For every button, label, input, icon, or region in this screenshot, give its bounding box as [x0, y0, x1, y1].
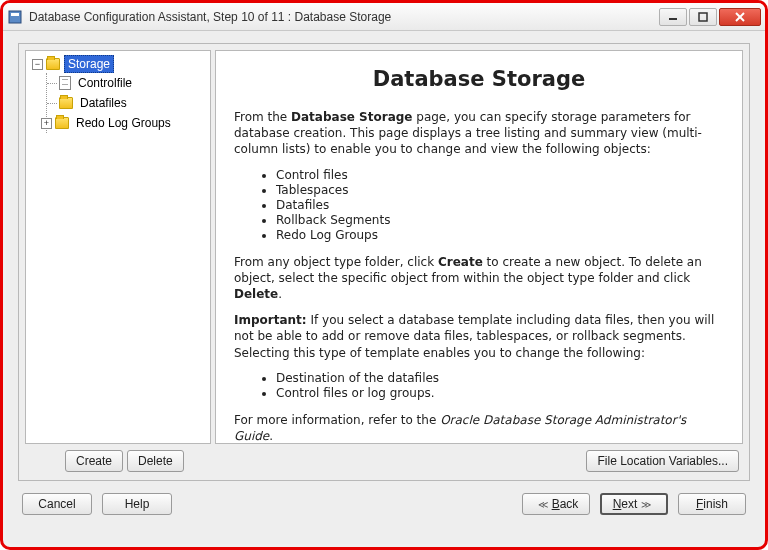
intro-paragraph: From the Database Storage page, you can …	[234, 109, 724, 158]
tree-root-storage[interactable]: − Storage	[28, 55, 208, 73]
template-list: Destination of the datafiles Control fil…	[234, 371, 724, 400]
important-paragraph: Important: If you select a database temp…	[234, 312, 724, 361]
window-title: Database Configuration Assistant, Step 1…	[29, 10, 659, 24]
list-item: Datafiles	[276, 198, 724, 212]
expand-icon[interactable]: +	[41, 118, 52, 129]
list-item: Rollback Segments	[276, 213, 724, 227]
chevron-right-icon: ≫	[641, 499, 651, 510]
tree-label-redolog: Redo Log Groups	[73, 115, 174, 131]
next-label: Next	[613, 497, 638, 511]
info-panel: Database Storage From the Database Stora…	[215, 50, 743, 444]
tree-label-datafiles: Datafiles	[77, 95, 130, 111]
titlebar: Database Configuration Assistant, Step 1…	[3, 3, 765, 31]
tree-item-datafiles[interactable]: Datafiles	[47, 93, 208, 113]
finish-label: Finish	[696, 497, 728, 511]
app-icon	[7, 9, 23, 25]
create-delete-paragraph: From any object type folder, click Creat…	[234, 254, 724, 303]
back-label: Back	[552, 497, 579, 511]
next-button[interactable]: Next ≫	[600, 493, 668, 515]
list-item: Control files or log groups.	[276, 386, 724, 400]
close-button[interactable]	[719, 8, 761, 26]
folder-icon	[55, 117, 69, 129]
maximize-button[interactable]	[689, 8, 717, 26]
tree-item-redolog[interactable]: + Redo Log Groups	[47, 113, 208, 133]
list-item: Control files	[276, 168, 724, 182]
help-button[interactable]: Help	[102, 493, 172, 515]
object-list: Control files Tablespaces Datafiles Roll…	[234, 168, 724, 242]
finish-button[interactable]: Finish	[678, 493, 746, 515]
cancel-button[interactable]: Cancel	[22, 493, 92, 515]
svg-rect-3	[699, 13, 707, 21]
more-info-paragraph: For more information, refer to the Oracl…	[234, 412, 724, 444]
folder-icon	[59, 97, 73, 109]
content-frame: − Storage Controlfile Data	[18, 43, 750, 481]
list-item: Destination of the datafiles	[276, 371, 724, 385]
chevron-left-icon: ≪	[538, 499, 548, 510]
svg-rect-1	[11, 13, 19, 16]
folder-icon	[46, 58, 60, 70]
file-location-variables-button[interactable]: File Location Variables...	[586, 450, 739, 472]
tree-label-controlfile: Controlfile	[75, 75, 135, 91]
minimize-button[interactable]	[659, 8, 687, 26]
tree-label-storage[interactable]: Storage	[64, 55, 114, 73]
delete-button[interactable]: Delete	[127, 450, 184, 472]
page-heading: Database Storage	[234, 67, 724, 91]
file-icon	[59, 76, 71, 90]
wizard-button-bar: Cancel Help ≪ Back Next ≫ Finish	[18, 493, 750, 515]
storage-tree[interactable]: − Storage Controlfile Data	[25, 50, 211, 444]
back-button[interactable]: ≪ Back	[522, 493, 590, 515]
tree-item-controlfile[interactable]: Controlfile	[47, 73, 208, 93]
svg-rect-0	[9, 11, 21, 23]
list-item: Redo Log Groups	[276, 228, 724, 242]
list-item: Tablespaces	[276, 183, 724, 197]
create-button[interactable]: Create	[65, 450, 123, 472]
collapse-icon[interactable]: −	[32, 59, 43, 70]
